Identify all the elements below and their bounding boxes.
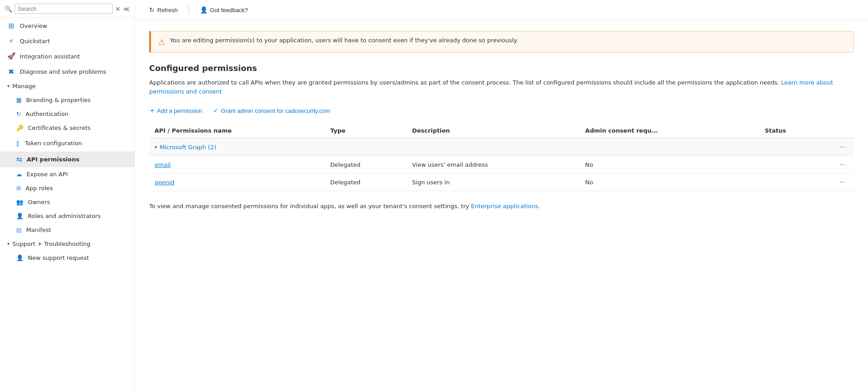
- warning-message: You are editing permission(s) to your ap…: [170, 37, 518, 44]
- group-name-text: Microsoft Graph (2): [160, 144, 217, 151]
- sidebar-item-roles-admins-label: Roles and administrators: [28, 213, 101, 219]
- refresh-label: Refresh: [157, 7, 178, 13]
- page-desc-text: Applications are authorized to call APIs…: [149, 79, 779, 86]
- sidebar-item-quickstart[interactable]: ⚡ Quickstart: [0, 33, 134, 49]
- sidebar-item-new-support[interactable]: 👤 New support request: [0, 251, 134, 265]
- description-cell: Sign users in: [407, 174, 580, 191]
- page-title: Configured permissions: [149, 63, 854, 73]
- manage-section-label: Manage: [13, 83, 36, 89]
- feedback-label: Got feedback?: [210, 7, 248, 13]
- sidebar-item-expose-label: Expose an API: [27, 171, 68, 178]
- th-admin-consent: Admin consent requ...: [580, 124, 760, 138]
- sidebar: 🔍 ✕ ≪ ⊞ Overview ⚡ Quickstart 🚀 Integrat…: [0, 0, 135, 392]
- sidebar-item-integration-label: Integration assistant: [20, 53, 80, 60]
- support-chevron-icon: ▾: [7, 241, 10, 247]
- sidebar-item-api-permissions[interactable]: ⇆ API permissions: [0, 151, 134, 167]
- sidebar-item-manifest-label: Manifest: [26, 227, 51, 233]
- th-description: Description: [407, 124, 580, 138]
- integration-icon: 🚀: [7, 52, 15, 60]
- expose-api-icon: ☁: [16, 171, 22, 178]
- group-more-button[interactable]: ···: [837, 142, 848, 152]
- sidebar-item-owners[interactable]: 👥 Owners: [0, 195, 134, 209]
- email-row-more-button[interactable]: ···: [837, 160, 848, 169]
- app-roles-icon: ⊞: [16, 185, 21, 192]
- overview-icon: ⊞: [7, 22, 15, 30]
- sidebar-item-app-roles-label: App roles: [26, 185, 53, 192]
- sidebar-item-authentication[interactable]: ↻ Authentication: [0, 107, 134, 121]
- th-api-name: API / Permissions name: [149, 124, 325, 138]
- close-icon[interactable]: ✕: [115, 5, 121, 13]
- manage-chevron-icon: ▾: [7, 83, 10, 89]
- roles-admins-icon: 👤: [16, 213, 23, 219]
- warning-banner: ⚠ You are editing permission(s) to your …: [149, 31, 854, 53]
- grant-consent-check-icon: ✓: [213, 107, 218, 114]
- sidebar-item-authentication-label: Authentication: [26, 111, 68, 117]
- support-section-label: Support + Troubleshooting: [13, 241, 91, 247]
- table-row: openid Delegated Sign users in No ···: [149, 174, 854, 191]
- owners-icon: 👥: [16, 199, 23, 205]
- sidebar-item-token-config[interactable]: ⫿ Token configuration: [0, 135, 134, 151]
- sidebar-item-overview[interactable]: ⊞ Overview: [0, 18, 134, 33]
- search-input[interactable]: [15, 4, 113, 14]
- sidebar-item-expose-api[interactable]: ☁ Expose an API: [0, 167, 134, 181]
- group-name-link[interactable]: ▾ Microsoft Graph (2): [155, 144, 826, 151]
- add-permission-button[interactable]: + Add a permission: [149, 105, 203, 116]
- enterprise-apps-link[interactable]: Enterprise applications.: [471, 203, 540, 209]
- email-permission-link[interactable]: email: [155, 161, 171, 168]
- sidebar-item-quickstart-label: Quickstart: [20, 38, 50, 45]
- sidebar-item-diagnose[interactable]: ✖ Diagnose and solve problems: [0, 64, 134, 79]
- api-permissions-icon: ⇆: [16, 155, 22, 164]
- table-row: email Delegated View users' email addres…: [149, 156, 854, 174]
- sidebar-item-manifest[interactable]: ▤ Manifest: [0, 223, 134, 237]
- refresh-icon: ↻: [149, 6, 155, 13]
- group-cell: ▾ Microsoft Graph (2): [149, 138, 831, 156]
- table-group-row: ▾ Microsoft Graph (2) ···: [149, 138, 854, 156]
- group-chevron-icon: ▾: [155, 144, 157, 150]
- table-header: API / Permissions name Type Description …: [149, 124, 854, 138]
- openid-permission-link[interactable]: openid: [155, 179, 174, 186]
- sidebar-item-api-label: API permissions: [27, 156, 79, 163]
- permissions-table: API / Permissions name Type Description …: [149, 124, 854, 191]
- admin-consent-cell: No: [580, 174, 760, 191]
- status-cell: [759, 174, 831, 191]
- topbar-divider: [189, 5, 189, 14]
- actions-bar: + Add a permission ✓ Grant admin consent…: [149, 105, 854, 116]
- openid-row-more-button[interactable]: ···: [837, 177, 848, 187]
- status-cell: [759, 156, 831, 174]
- th-status: Status: [759, 124, 831, 138]
- sidebar-item-integration[interactable]: 🚀 Integration assistant: [0, 49, 134, 64]
- sidebar-item-token-label: Token configuration: [25, 140, 82, 147]
- feedback-button[interactable]: 👤 Got feedback?: [196, 4, 252, 15]
- collapse-sidebar-icon[interactable]: ≪: [123, 5, 130, 13]
- manifest-icon: ▤: [16, 227, 22, 233]
- sidebar-item-owners-label: Owners: [28, 199, 50, 205]
- grant-consent-button[interactable]: ✓ Grant admin consent for cadosecurity.c…: [212, 105, 331, 116]
- refresh-button[interactable]: ↻ Refresh: [146, 4, 182, 15]
- support-section-header[interactable]: ▾ Support + Troubleshooting: [0, 237, 134, 251]
- branding-icon: ▦: [16, 97, 22, 103]
- add-permission-plus-icon: +: [150, 107, 154, 115]
- sidebar-item-app-roles[interactable]: ⊞ App roles: [0, 181, 134, 195]
- token-icon: ⫿: [16, 138, 20, 148]
- table-body: ▾ Microsoft Graph (2) ··· email Delegate…: [149, 138, 854, 191]
- sidebar-item-certificates-label: Certificates & secrets: [28, 125, 91, 131]
- row-actions-cell: ···: [831, 174, 854, 191]
- page-content: ⚠ You are editing permission(s) to your …: [135, 20, 868, 222]
- add-permission-label: Add a permission: [157, 107, 202, 114]
- feedback-icon: 👤: [200, 6, 208, 13]
- sidebar-item-certificates[interactable]: 🔑 Certificates & secrets: [0, 121, 134, 135]
- quickstart-icon: ⚡: [7, 37, 15, 45]
- sidebar-item-roles-admins[interactable]: 👤 Roles and administrators: [0, 209, 134, 223]
- description-cell: View users' email address: [407, 156, 580, 174]
- sidebar-item-diagnose-label: Diagnose and solve problems: [20, 68, 106, 75]
- sidebar-item-branding[interactable]: ▦ Branding & properties: [0, 93, 134, 107]
- group-actions-cell: ···: [831, 138, 854, 156]
- sidebar-item-overview-label: Overview: [20, 22, 47, 29]
- permission-name-cell: email: [149, 156, 325, 174]
- permission-name-cell: openid: [149, 174, 325, 191]
- diagnose-icon: ✖: [7, 67, 15, 76]
- row-actions-cell: ···: [831, 156, 854, 174]
- manage-section-header[interactable]: ▾ Manage: [0, 79, 134, 93]
- grant-consent-label: Grant admin consent for cadosecurity.com: [221, 107, 330, 114]
- footer-note-text: To view and manage consented permissions…: [149, 203, 469, 209]
